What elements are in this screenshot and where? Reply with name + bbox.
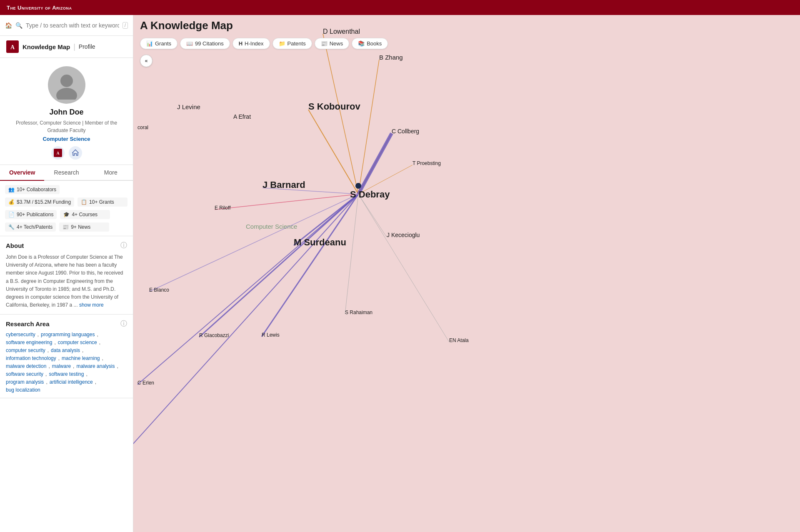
- stats-grid: 👥 10+ Collaborators 💰 $3.7M / $15.2M Fun…: [0, 181, 133, 236]
- tag-program-analysis[interactable]: program analysis: [6, 379, 44, 385]
- research-area-header: Research Area ⓘ: [6, 320, 127, 328]
- tag-cybersecurity[interactable]: cybersecurity: [6, 332, 35, 337]
- stat-publications: 📄 90+ Publications: [5, 210, 57, 219]
- research-tags: cybersecurity, programming languages, so…: [6, 332, 127, 393]
- svg-text:R Lewis: R Lewis: [262, 332, 280, 338]
- svg-text:C Erlen: C Erlen: [138, 380, 154, 386]
- news-tab-icon: 📰: [321, 40, 328, 47]
- tag-artificial-intelligence[interactable]: artificial intelligence: [50, 379, 93, 385]
- svg-line-13: [199, 194, 358, 337]
- citations-tab-icon: 📖: [186, 40, 193, 47]
- home-icon[interactable]: 🏠: [5, 22, 12, 29]
- map-title: A Knowledge Map: [140, 19, 233, 32]
- svg-line-17: [215, 194, 358, 210]
- sidebar-header: A Knowledge Map | Profile: [0, 36, 133, 58]
- svg-text:E Riloff: E Riloff: [215, 205, 231, 211]
- research-area-section: Research Area ⓘ cybersecurity, programmi…: [0, 315, 133, 398]
- tag-software-testing[interactable]: software testing: [49, 371, 84, 377]
- search-input[interactable]: [26, 22, 119, 29]
- svg-text:S Rahaiman: S Rahaiman: [345, 310, 372, 315]
- books-tab-icon: 📚: [358, 40, 365, 47]
- top-bar: The University of Arizona: [0, 0, 800, 15]
- tag-malware[interactable]: malware: [52, 363, 71, 369]
- search-bar: 🏠 🔍 /: [0, 15, 133, 36]
- app-name: Knowledge Map: [22, 43, 70, 50]
- external-link-button[interactable]: [69, 146, 82, 160]
- tab-more[interactable]: More: [89, 165, 133, 181]
- profile-department[interactable]: Computer Science: [42, 136, 90, 142]
- tag-programming-languages[interactable]: programming languages: [41, 332, 95, 337]
- research-area-info-icon[interactable]: ⓘ: [120, 320, 127, 328]
- about-title: About: [6, 242, 24, 249]
- svg-text:B Zhang: B Zhang: [379, 54, 403, 61]
- map-tab-books[interactable]: 📚 Books: [352, 38, 388, 49]
- hindex-tab-icon: H: [239, 40, 242, 47]
- tag-computer-science[interactable]: computer science: [58, 340, 97, 345]
- knowledge-map-svg: D LowenthalB ZhangJ LevineA EfratS Kobou…: [133, 15, 800, 532]
- ua-icon-button[interactable]: A: [51, 146, 65, 160]
- tag-computer-security[interactable]: computer security: [6, 347, 45, 353]
- ua-logo: A: [6, 40, 19, 53]
- svg-text:D Lowenthal: D Lowenthal: [323, 28, 360, 35]
- separator: |: [73, 42, 75, 51]
- svg-text:J Levine: J Levine: [177, 103, 200, 110]
- courses-icon: 🎓: [63, 212, 70, 217]
- map-tab-grants[interactable]: 📊 Grants: [140, 38, 178, 49]
- map-area[interactable]: A Knowledge Map 📊 Grants 📖 99 Citations …: [133, 15, 800, 532]
- grants-tab-icon: 📊: [146, 40, 153, 47]
- svg-text:A: A: [56, 151, 59, 155]
- tag-software-engineering[interactable]: software engineering: [6, 340, 52, 345]
- profile-section: John Doe Professor, Computer Science | M…: [0, 58, 133, 165]
- map-tab-citations[interactable]: 📖 99 Citations: [180, 38, 230, 49]
- stat-courses: 🎓 4+ Courses: [60, 210, 110, 219]
- avatar: [48, 66, 85, 104]
- search-icon: 🔍: [15, 22, 22, 29]
- svg-text:T Proebsting: T Proebsting: [412, 160, 441, 166]
- profile-link[interactable]: Profile: [79, 43, 95, 50]
- tag-bug-localization[interactable]: bug localization: [6, 387, 40, 393]
- stat-funding: 💰 $3.7M / $15.2M Funding: [5, 197, 74, 207]
- university-title: The University of Arizona: [7, 5, 72, 11]
- tag-software-security[interactable]: software security: [6, 371, 43, 377]
- map-tab-hindex[interactable]: H H-Index: [232, 38, 270, 49]
- svg-text:EN Atala: EN Atala: [449, 337, 469, 343]
- funding-icon: 💰: [8, 199, 15, 205]
- profile-name: John Doe: [49, 108, 83, 117]
- collaborators-icon: 👥: [8, 187, 15, 192]
- patents-tab-icon: 📁: [279, 40, 285, 47]
- tag-information-technology[interactable]: information technology: [6, 355, 56, 361]
- map-tab-patents[interactable]: 📁 Patents: [272, 38, 312, 49]
- svg-text:C Collberg: C Collberg: [392, 128, 419, 135]
- search-slash: /: [122, 22, 128, 29]
- svg-text:coral: coral: [138, 125, 148, 130]
- svg-text:R Giacobazzi: R Giacobazzi: [199, 332, 229, 338]
- svg-line-6: [323, 34, 358, 194]
- tag-malware-analysis[interactable]: malware analysis: [76, 363, 115, 369]
- map-tabs: 📊 Grants 📖 99 Citations H H-Index 📁 Pate…: [140, 38, 388, 49]
- svg-point-2: [60, 75, 73, 87]
- tag-machine-learning[interactable]: machine learning: [62, 355, 100, 361]
- stat-grants: 📋 10+ Grants: [78, 197, 128, 207]
- map-tab-news[interactable]: 📰 News: [315, 38, 350, 49]
- about-info-icon[interactable]: ⓘ: [120, 241, 127, 250]
- tag-malware-detection[interactable]: malware detection: [6, 363, 46, 369]
- tag-data-analysis[interactable]: data analysis: [51, 347, 80, 353]
- patents-icon: 🔧: [8, 224, 15, 230]
- tab-overview[interactable]: Overview: [0, 165, 44, 181]
- svg-text:M Surdeanu: M Surdeanu: [294, 237, 346, 247]
- svg-text:Computer Science: Computer Science: [246, 223, 297, 230]
- stat-patents: 🔧 4+ Tech/Patents: [5, 222, 56, 232]
- collapse-sidebar-button[interactable]: «: [140, 55, 152, 67]
- svg-text:J Kececioglu: J Kececioglu: [387, 232, 420, 238]
- about-text: John Doe is a Professor of Computer Scie…: [6, 253, 127, 309]
- stat-collaborators: 👥 10+ Collaborators: [5, 185, 60, 194]
- sidebar: 🏠 🔍 / A Knowledge Map | Profile: [0, 15, 133, 532]
- show-more-button[interactable]: show more: [79, 302, 104, 308]
- main-layout: 🏠 🔍 / A Knowledge Map | Profile: [0, 15, 800, 532]
- tab-research[interactable]: Research: [44, 165, 88, 181]
- svg-line-20: [358, 194, 449, 342]
- about-header: About ⓘ: [6, 241, 127, 250]
- svg-text:S Kobourov: S Kobourov: [308, 101, 360, 112]
- news-icon: 📰: [62, 224, 69, 230]
- profile-tabs: Overview Research More: [0, 165, 133, 181]
